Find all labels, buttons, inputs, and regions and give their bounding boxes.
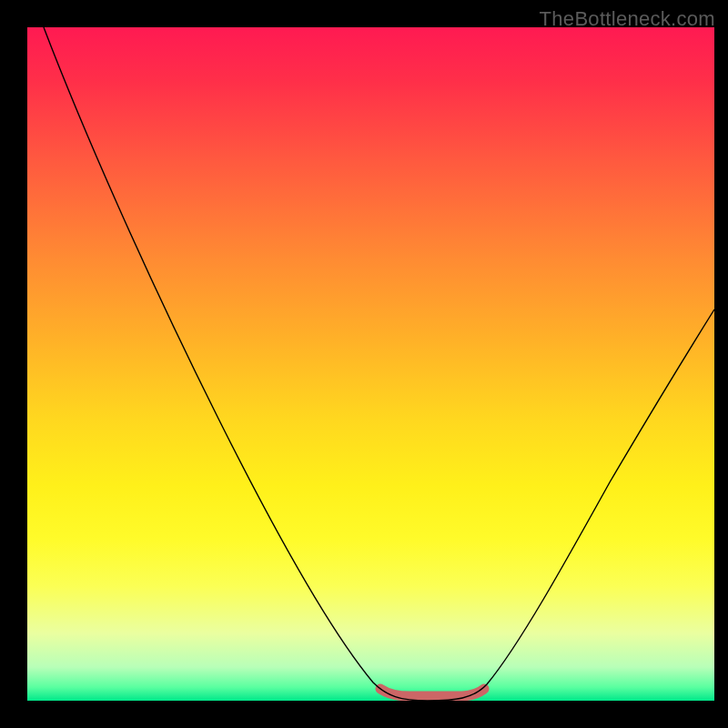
bottleneck-chart	[27, 27, 714, 701]
bottleneck-curve	[44, 27, 714, 701]
plot-area	[27, 27, 714, 701]
watermark-text: TheBottleneck.com	[540, 7, 715, 31]
optimal-zone-band	[380, 689, 484, 696]
